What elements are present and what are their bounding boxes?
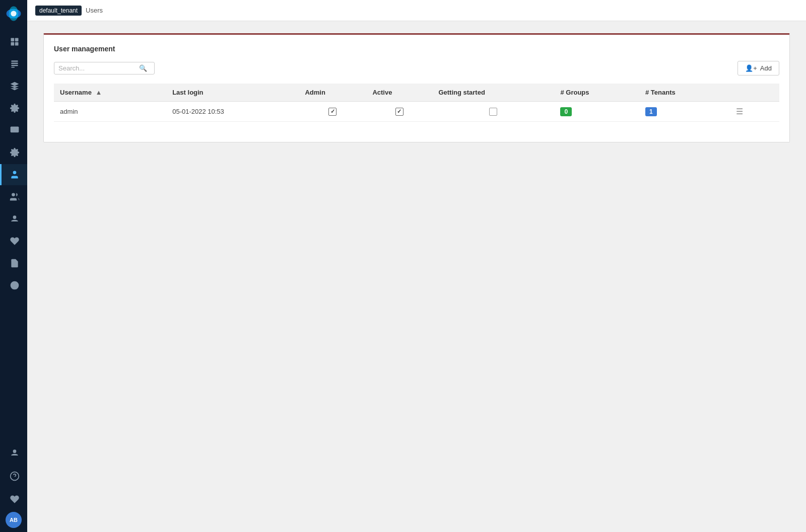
svg-rect-6: [15, 42, 18, 46]
table-header: Username ▲ Last login Admin Active Getti…: [54, 84, 779, 102]
user-management-panel: User management 🔍 👤+ Add: [43, 33, 790, 142]
toolbar: 🔍 👤+ Add: [54, 61, 779, 75]
col-num-groups: # Groups: [554, 84, 639, 102]
svg-rect-5: [11, 42, 14, 46]
sidebar-item-automation[interactable]: [0, 75, 27, 97]
cell-last-login: 05-01-2022 10:53: [166, 102, 299, 122]
svg-point-16: [13, 171, 16, 175]
row-menu-button[interactable]: ☰: [733, 106, 746, 117]
topbar-tenant[interactable]: default_tenant: [35, 6, 82, 16]
search-input[interactable]: [58, 64, 139, 72]
svg-point-23: [13, 449, 16, 453]
sidebar-item-roles[interactable]: [0, 208, 27, 230]
cell-getting-started: [432, 102, 554, 122]
search-box[interactable]: 🔍: [54, 62, 155, 74]
svg-rect-4: [15, 38, 18, 42]
col-actions: [727, 84, 779, 102]
svg-point-22: [13, 283, 16, 286]
sidebar-item-help[interactable]: [0, 466, 27, 487]
sidebar-item-health[interactable]: [0, 231, 27, 252]
svg-rect-10: [11, 67, 15, 68]
cell-num-tenants: 1: [639, 102, 727, 122]
cell-actions: ☰: [727, 102, 779, 122]
sidebar-item-compute[interactable]: [0, 120, 27, 141]
cell-num-groups: 0: [554, 102, 639, 122]
sidebar-item-monitoring2[interactable]: [0, 489, 27, 510]
svg-rect-8: [11, 63, 18, 64]
main-content: default_tenant Users User management 🔍 👤…: [27, 0, 806, 532]
sort-arrow-username: ▲: [96, 89, 102, 96]
sidebar-item-services[interactable]: [0, 98, 27, 119]
users-table: Username ▲ Last login Admin Active Getti…: [54, 84, 779, 122]
topbar: default_tenant Users: [27, 0, 806, 21]
sidebar-item-reports[interactable]: [0, 53, 27, 74]
topbar-breadcrumb: Users: [86, 7, 103, 14]
sidebar-bottom: AB: [0, 442, 27, 532]
app-logo[interactable]: [0, 0, 27, 27]
search-icon: 🔍: [139, 64, 147, 72]
cell-admin: [299, 102, 366, 122]
add-user-button[interactable]: 👤+ Add: [737, 61, 779, 75]
sidebar-item-logs[interactable]: [0, 253, 27, 274]
sidebar-item-dashboard[interactable]: [0, 31, 27, 52]
sidebar-nav: [0, 27, 27, 442]
svg-point-17: [12, 193, 15, 197]
getting-started-checkbox[interactable]: [489, 108, 497, 116]
col-active: Active: [366, 84, 432, 102]
sidebar-item-snapshots[interactable]: [0, 275, 27, 296]
panel-title: User management: [54, 45, 779, 53]
add-user-icon: 👤+: [745, 64, 757, 72]
sidebar: AB: [0, 0, 27, 532]
col-getting-started: Getting started: [432, 84, 554, 102]
svg-rect-7: [11, 60, 18, 62]
svg-rect-12: [10, 127, 19, 133]
sidebar-item-users[interactable]: [0, 164, 27, 185]
user-avatar[interactable]: AB: [6, 512, 22, 528]
sidebar-item-settings[interactable]: [0, 142, 27, 163]
active-checkbox[interactable]: [395, 108, 404, 116]
table-row: admin05-01-2022 10:5301☰: [54, 102, 779, 122]
svg-point-18: [13, 215, 16, 219]
svg-rect-3: [11, 38, 14, 42]
page-content: User management 🔍 👤+ Add: [27, 21, 806, 532]
groups-badge[interactable]: 0: [560, 107, 572, 116]
cell-active: [366, 102, 432, 122]
sidebar-item-profile[interactable]: [0, 442, 27, 464]
admin-checkbox[interactable]: [328, 108, 337, 116]
col-last-login: Last login: [166, 84, 299, 102]
sidebar-item-groups[interactable]: [0, 186, 27, 207]
add-button-label: Add: [760, 64, 772, 72]
svg-rect-9: [11, 65, 18, 66]
cell-username: admin: [54, 102, 166, 122]
tenants-badge[interactable]: 1: [645, 107, 657, 116]
col-username[interactable]: Username ▲: [54, 84, 166, 102]
svg-point-2: [11, 11, 16, 16]
col-num-tenants: # Tenants: [639, 84, 727, 102]
users-table-body: admin05-01-2022 10:5301☰: [54, 102, 779, 122]
col-admin: Admin: [299, 84, 366, 102]
